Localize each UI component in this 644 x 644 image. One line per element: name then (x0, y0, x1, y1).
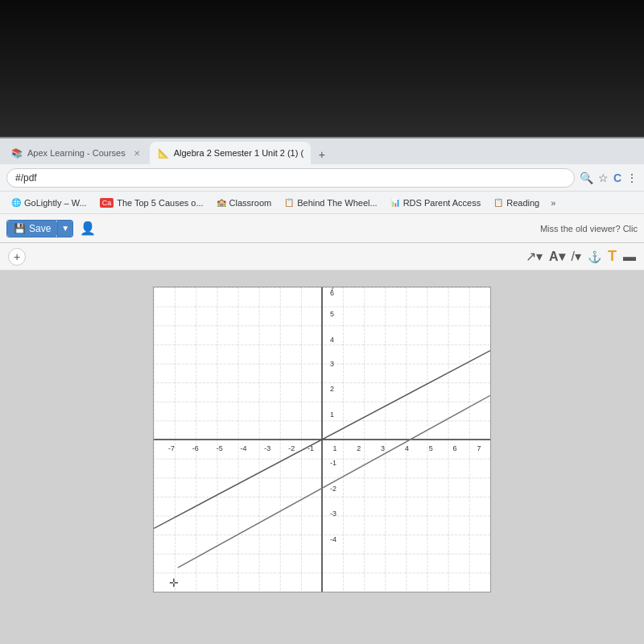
svg-text:-1: -1 (330, 459, 336, 467)
new-tab-button[interactable]: + (312, 145, 332, 164)
tab-algebra-favicon: 📐 (158, 148, 169, 159)
svg-text:-7: -7 (168, 444, 175, 452)
tab-algebra[interactable]: 📐 Algebra 2 Semester 1 Unit 2 (1) ( ✕ (150, 142, 311, 164)
svg-text:5: 5 (429, 444, 433, 452)
svg-text:1: 1 (330, 411, 334, 419)
more-bookmarks[interactable]: » (551, 198, 555, 208)
address-bar: 🔍 ☆ C ⋮ (0, 164, 644, 192)
text-tool-button[interactable]: A▾ (549, 249, 565, 264)
graph-container: -7 -6 -5 -4 -3 -2 -1 1 2 3 4 5 6 7 1 2 3… (153, 287, 491, 592)
bookmark-behindwheel-icon: 📋 (284, 198, 294, 207)
tab-apex-close[interactable]: ✕ (134, 149, 140, 158)
browser-window: 📚 Apex Learning - Courses ✕ 📐 Algebra 2 … (0, 137, 644, 644)
page-content-area: -7 -6 -5 -4 -3 -2 -1 1 2 3 4 5 6 7 1 2 3… (0, 270, 644, 644)
refresh-icon[interactable]: C (613, 171, 621, 184)
bookmark-golightly-icon: 🌐 (11, 198, 21, 207)
svg-text:-3: -3 (330, 510, 336, 518)
svg-text:4: 4 (330, 336, 334, 344)
plus-icon: + (14, 250, 20, 263)
bookmark-top5-icon: Ca (100, 198, 114, 208)
bookmark-rds[interactable]: 📊 RDS Parent Access (386, 196, 486, 209)
svg-text:7: 7 (477, 444, 481, 452)
tab-apex-label: Apex Learning - Courses (27, 148, 126, 158)
svg-text:4: 4 (405, 444, 409, 452)
comment-tool-button[interactable]: ▬ (623, 250, 636, 264)
pdf-tools-left: + (8, 248, 26, 266)
bookmark-golightly[interactable]: 🌐 GoLightly – W... (6, 196, 92, 209)
star-icon[interactable]: ☆ (598, 171, 609, 184)
highlight-tool-button[interactable]: T (608, 248, 617, 265)
address-icons: 🔍 ☆ C ⋮ (580, 171, 638, 184)
line-tool-button[interactable]: /▾ (572, 249, 581, 264)
bookmark-top5-label: The Top 5 Causes o... (117, 198, 203, 208)
tab-bar: 📚 Apex Learning - Courses ✕ 📐 Algebra 2 … (0, 138, 644, 164)
svg-text:5: 5 (330, 310, 334, 318)
url-input[interactable] (6, 168, 575, 188)
svg-text:6: 6 (453, 444, 457, 452)
svg-text:-2: -2 (330, 485, 336, 493)
svg-text:-4: -4 (241, 444, 247, 452)
save-icon: 💾 (14, 223, 26, 234)
anchor-tool-button[interactable]: ⚓ (588, 250, 601, 263)
bookmarks-bar: 🌐 GoLightly – W... Ca The Top 5 Causes o… (0, 192, 644, 214)
tab-apex-favicon: 📚 (11, 148, 23, 159)
svg-text:-5: -5 (217, 444, 223, 452)
arrow-tool-button[interactable]: ↗▾ (526, 249, 543, 264)
svg-text:-4: -4 (330, 535, 336, 543)
tab-algebra-label: Algebra 2 Semester 1 Unit 2 (1) ( (174, 148, 303, 158)
bookmark-classroom[interactable]: 🏫 Classroom (212, 196, 277, 209)
save-button[interactable]: 💾 Save (7, 221, 57, 237)
pdf-toolbar: + ↗▾ A▾ /▾ ⚓ T ▬ (0, 243, 644, 270)
svg-text:3: 3 (381, 444, 385, 452)
save-dropdown-button[interactable]: ▼ (57, 221, 72, 237)
coordinate-grid-svg: -7 -6 -5 -4 -3 -2 -1 1 2 3 4 5 6 7 1 2 3… (154, 287, 490, 592)
bookmark-golightly-label: GoLightly – W... (24, 198, 87, 208)
svg-text:-6: -6 (192, 444, 199, 452)
menu-icon[interactable]: ⋮ (626, 171, 638, 184)
save-button-group: 💾 Save ▼ (6, 220, 73, 237)
physical-background (0, 0, 644, 137)
bookmark-rds-label: RDS Parent Access (403, 198, 481, 208)
add-user-icon: 👤 (80, 221, 96, 235)
tab-apex[interactable]: 📚 Apex Learning - Courses ✕ (3, 142, 148, 164)
pdf-tools-right: ↗▾ A▾ /▾ ⚓ T ▬ (526, 248, 636, 265)
miss-old-viewer-text: Miss the old viewer? Clic (540, 224, 638, 233)
svg-text:2: 2 (357, 444, 361, 452)
bookmark-classroom-icon: 🏫 (217, 198, 226, 207)
page-toolbar: 💾 Save ▼ 👤 Miss the old viewer? Clic (0, 214, 644, 243)
bookmark-top5[interactable]: Ca The Top 5 Causes o... (95, 196, 208, 209)
svg-text:1: 1 (332, 444, 336, 452)
add-user-button[interactable]: 👤 (80, 221, 96, 236)
toolbar-left: 💾 Save ▼ 👤 (6, 220, 96, 237)
bookmark-behindwheel-label: Behind The Wheel... (297, 198, 377, 208)
svg-text:2: 2 (330, 385, 334, 393)
bookmark-behindwheel[interactable]: 📋 Behind The Wheel... (279, 196, 382, 209)
bookmark-reading-icon: 📋 (493, 198, 503, 207)
bookmark-classroom-label: Classroom (229, 198, 272, 208)
svg-text:-3: -3 (264, 444, 270, 452)
bookmark-reading-label: Reading (506, 198, 539, 208)
search-icon[interactable]: 🔍 (580, 171, 593, 184)
svg-text:7: 7 (330, 287, 334, 293)
pdf-add-page-button[interactable]: + (8, 248, 26, 266)
crosshair-icon: ✛ (169, 576, 179, 589)
bookmark-reading[interactable]: 📋 Reading (489, 196, 544, 209)
svg-text:3: 3 (330, 360, 334, 368)
svg-text:-2: -2 (288, 444, 295, 452)
save-label: Save (29, 223, 51, 234)
bookmark-rds-icon: 📊 (390, 198, 400, 207)
